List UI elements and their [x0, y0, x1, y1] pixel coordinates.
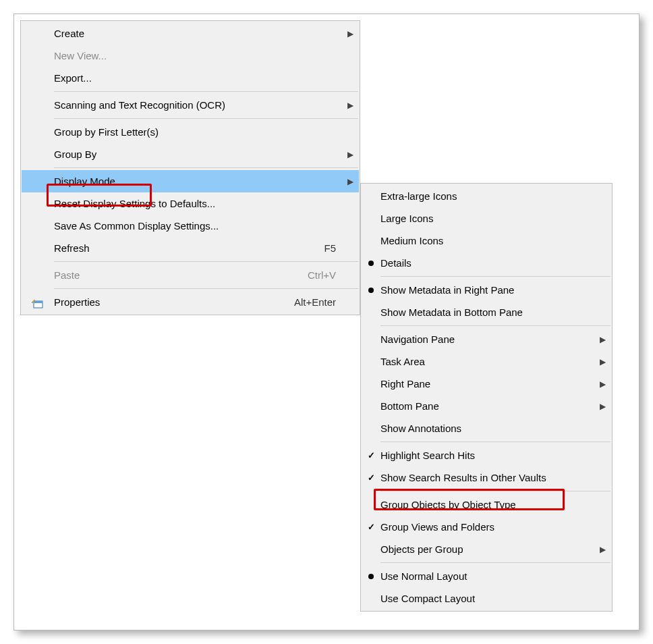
- menu-label: New View...: [54, 50, 341, 61]
- menu-label: Show Annotations: [380, 423, 596, 434]
- menu-label: Right Pane: [380, 378, 596, 390]
- menu-label: Scanning and Text Recognition (OCR): [54, 99, 341, 111]
- submenu-large-icons[interactable]: Large Icons: [362, 207, 611, 230]
- submenu-objects-per-group[interactable]: Objects per Group ▶: [362, 538, 611, 560]
- submenu-show-annotations[interactable]: Show Annotations: [362, 417, 611, 439]
- menu-label: Reset Display Settings to Defaults...: [54, 198, 341, 209]
- submenu-arrow-icon: ▶: [596, 379, 606, 389]
- menu-label: Medium Icons: [380, 235, 596, 246]
- menu-label: Show Metadata in Right Pane: [380, 284, 596, 296]
- menu-label: Bottom Pane: [380, 400, 596, 412]
- submenu-meta-right-pane[interactable]: Show Metadata in Right Pane: [362, 279, 611, 301]
- submenu-extra-large-icons[interactable]: Extra-large Icons: [362, 185, 611, 207]
- menu-label: Navigation Pane: [380, 333, 596, 345]
- submenu-bottom-pane[interactable]: Bottom Pane ▶: [362, 395, 611, 417]
- submenu-normal-layout[interactable]: Use Normal Layout: [362, 565, 611, 587]
- menu-group-first-letter[interactable]: Group by First Letter(s): [22, 121, 359, 143]
- menu-paste[interactable]: Paste Ctrl+V: [22, 264, 359, 286]
- context-menu: Create ▶ New View... Export... Scanning …: [20, 20, 360, 315]
- menu-label: Large Icons: [380, 213, 596, 224]
- submenu-details[interactable]: Details: [362, 252, 611, 274]
- submenu-arrow-icon: ▶: [596, 545, 606, 554]
- menu-label: Export...: [54, 72, 341, 84]
- separator: [380, 491, 611, 491]
- menu-label: Show Search Results in Other Vaults: [380, 472, 596, 483]
- svg-rect-1: [34, 301, 42, 303]
- separator: [54, 288, 358, 289]
- menu-label: Display Mode: [54, 176, 341, 187]
- radio-bullet-icon: [368, 574, 374, 579]
- separator: [54, 261, 358, 262]
- display-mode-submenu: Extra-large Icons Large Icons Medium Ico…: [360, 183, 613, 612]
- submenu-arrow-icon: ▶: [341, 177, 353, 186]
- menu-save-common-display[interactable]: Save As Common Display Settings...: [22, 215, 359, 237]
- menu-label: Objects per Group: [380, 543, 596, 555]
- check-icon: ✓: [368, 522, 375, 532]
- menu-label: Details: [380, 257, 596, 269]
- gutter: ✓: [362, 473, 380, 483]
- menu-new-view[interactable]: New View...: [22, 45, 359, 67]
- menu-label: Highlight Search Hits: [380, 450, 596, 461]
- gutter: ✓: [362, 450, 380, 460]
- menu-label: Group by First Letter(s): [54, 126, 341, 138]
- submenu-meta-bottom-pane[interactable]: Show Metadata in Bottom Pane: [362, 301, 611, 323]
- menu-label: Use Compact Layout: [380, 593, 596, 604]
- menu-refresh[interactable]: Refresh F5: [22, 237, 359, 259]
- separator: [380, 325, 611, 326]
- gutter: [362, 261, 380, 266]
- radio-bullet-icon: [368, 261, 374, 266]
- separator: [380, 562, 611, 563]
- menu-label: Refresh: [54, 242, 294, 254]
- gutter: [362, 574, 380, 579]
- menu-reset-display[interactable]: Reset Display Settings to Defaults...: [22, 192, 359, 215]
- check-icon: ✓: [368, 450, 375, 460]
- menu-accelerator: Alt+Enter: [294, 296, 341, 308]
- gutter: ✓: [362, 522, 380, 532]
- submenu-arrow-icon: ▶: [341, 150, 353, 159]
- menu-group-by[interactable]: Group By ▶: [22, 143, 359, 165]
- submenu-group-by-object-type[interactable]: Group Objects by Object Type: [362, 493, 611, 516]
- menu-label: Group Views and Folders: [380, 521, 596, 533]
- submenu-compact-layout[interactable]: Use Compact Layout: [362, 587, 611, 610]
- menu-scan-ocr[interactable]: Scanning and Text Recognition (OCR) ▶: [22, 94, 359, 116]
- separator: [380, 441, 611, 442]
- submenu-arrow-icon: ▶: [596, 402, 606, 411]
- submenu-highlight-search-hits[interactable]: ✓ Highlight Search Hits: [362, 444, 611, 466]
- submenu-arrow-icon: ▶: [341, 29, 353, 38]
- gutter: [22, 298, 54, 307]
- submenu-arrow-icon: ▶: [596, 335, 606, 344]
- menu-label: Create: [54, 28, 341, 39]
- menu-properties[interactable]: Properties Alt+Enter: [22, 291, 359, 313]
- menu-label: Task Area: [380, 356, 596, 367]
- separator: [54, 91, 358, 92]
- menu-label: Properties: [54, 296, 294, 308]
- menu-accelerator: Ctrl+V: [294, 269, 341, 281]
- submenu-task-area[interactable]: Task Area ▶: [362, 350, 611, 373]
- menu-label: Paste: [54, 269, 294, 281]
- menu-label: Extra-large Icons: [380, 190, 596, 202]
- submenu-arrow-icon: ▶: [341, 101, 353, 110]
- screenshot-canvas: Create ▶ New View... Export... Scanning …: [13, 14, 640, 630]
- submenu-navigation-pane[interactable]: Navigation Pane ▶: [362, 328, 611, 350]
- properties-icon: [31, 298, 45, 307]
- menu-label: Use Normal Layout: [380, 570, 596, 582]
- menu-label: Group By: [54, 149, 341, 160]
- menu-export[interactable]: Export...: [22, 67, 359, 89]
- separator: [54, 167, 358, 168]
- submenu-right-pane[interactable]: Right Pane ▶: [362, 373, 611, 395]
- submenu-search-other-vaults[interactable]: ✓ Show Search Results in Other Vaults: [362, 466, 611, 489]
- separator: [380, 276, 611, 277]
- radio-bullet-icon: [368, 288, 374, 293]
- menu-label: Group Objects by Object Type: [380, 499, 596, 510]
- separator: [54, 118, 358, 119]
- menu-display-mode[interactable]: Display Mode ▶: [22, 170, 359, 192]
- menu-accelerator: F5: [294, 242, 341, 254]
- submenu-group-views-folders[interactable]: ✓ Group Views and Folders: [362, 516, 611, 538]
- menu-label: Show Metadata in Bottom Pane: [380, 306, 596, 318]
- check-icon: ✓: [368, 473, 375, 483]
- gutter: [362, 288, 380, 293]
- submenu-arrow-icon: ▶: [596, 357, 606, 367]
- menu-create[interactable]: Create ▶: [22, 22, 359, 45]
- submenu-medium-icons[interactable]: Medium Icons: [362, 230, 611, 252]
- menu-label: Save As Common Display Settings...: [54, 220, 341, 232]
